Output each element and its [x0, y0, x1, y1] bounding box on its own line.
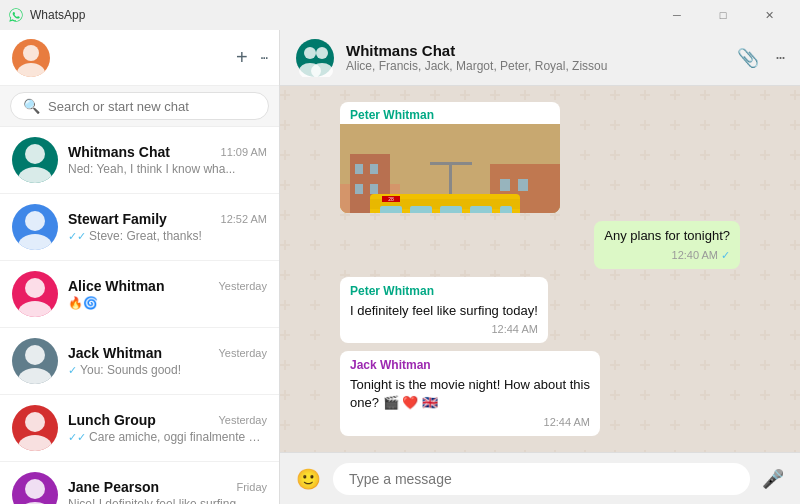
chat-list-item[interactable]: Jane Pearson Friday Nice! I definitely f… — [0, 462, 279, 504]
sender-name-peter: Peter Whitman — [340, 102, 560, 124]
svg-rect-30 — [500, 179, 510, 191]
chat-info: Alice Whitman Yesterday 🔥🌀 — [68, 278, 267, 310]
chat-avatar — [12, 204, 58, 250]
chat-info: Lunch Group Yesterday ✓✓ Care amiche, og… — [68, 412, 267, 444]
chat-name-row: Lunch Group Yesterday — [68, 412, 267, 428]
title-bar: WhatsApp ─ □ ✕ — [0, 0, 800, 30]
chat-time: Yesterday — [218, 414, 267, 426]
input-bar: 🙂 🎤 — [280, 452, 800, 504]
message-tick-icon: ✓ — [721, 248, 730, 263]
chat-info: Jack Whitman Yesterday ✓ You: Sounds goo… — [68, 345, 267, 377]
chat-name: Alice Whitman — [68, 278, 164, 294]
svg-rect-37 — [380, 206, 402, 213]
svg-point-18 — [304, 47, 316, 59]
chat-name: Jack Whitman — [68, 345, 162, 361]
chat-name: Whitmans Chat — [68, 144, 170, 160]
chat-name: Lunch Group — [68, 412, 156, 428]
chat-info: Whitmans Chat 11:09 AM Ned: Yeah, I thin… — [68, 144, 267, 176]
jack-time-row: 12:44 AM — [350, 415, 590, 430]
avatar-silhouette-icon — [12, 39, 50, 77]
svg-point-12 — [25, 479, 45, 499]
user-avatar[interactable] — [12, 39, 50, 77]
sender-name-peter-2: Peter Whitman — [350, 283, 538, 300]
sidebar-header: + ··· — [0, 30, 279, 86]
outgoing-time-row: 12:40 AM ✓ — [604, 248, 730, 263]
chat-list: Whitmans Chat 11:09 AM Ned: Yeah, I thin… — [0, 127, 279, 504]
svg-rect-27 — [370, 164, 378, 174]
svg-rect-39 — [440, 206, 462, 213]
search-bar: 🔍 — [0, 86, 279, 127]
chat-name-row: Jane Pearson Friday — [68, 479, 267, 495]
svg-point-5 — [18, 234, 52, 250]
chat-area: Whitmans Chat Alice, Francis, Jack, Marg… — [280, 30, 800, 504]
chat-preview: ✓ You: Sounds good! — [68, 363, 267, 377]
chat-header-icons: 📎 ··· — [737, 47, 784, 69]
sidebar: + ··· 🔍 Whitmans Chat 11:09 AM Ned: Yeah… — [0, 30, 280, 504]
app-title: WhatsApp — [30, 8, 85, 22]
sender-name-jack: Jack Whitman — [350, 357, 590, 374]
msg-text-jack: Tonight is the movie night! How about th… — [350, 376, 590, 412]
whatsapp-logo-icon — [8, 7, 24, 23]
chat-list-item[interactable]: Whitmans Chat 11:09 AM Ned: Yeah, I thin… — [0, 127, 279, 194]
close-button[interactable]: ✕ — [746, 0, 792, 30]
message-input[interactable] — [333, 463, 750, 495]
tick-icon: ✓✓ — [68, 431, 89, 443]
chat-menu-icon[interactable]: ··· — [775, 47, 784, 68]
app-container: + ··· 🔍 Whitmans Chat 11:09 AM Ned: Yeah… — [0, 30, 800, 504]
svg-rect-26 — [355, 164, 363, 174]
chat-list-item[interactable]: Stewart Family 12:52 AM ✓✓ Steve: Great,… — [0, 194, 279, 261]
chat-info: Stewart Family 12:52 AM ✓✓ Steve: Great,… — [68, 211, 267, 243]
menu-button[interactable]: ··· — [260, 49, 267, 67]
chat-preview: Nice! I definitely feel like surfing — [68, 497, 267, 504]
svg-point-4 — [25, 211, 45, 231]
chat-name: Stewart Family — [68, 211, 167, 227]
chat-header: Whitmans Chat Alice, Francis, Jack, Marg… — [280, 30, 800, 86]
chat-time: Yesterday — [218, 347, 267, 359]
chat-preview: 🔥🌀 — [68, 296, 267, 310]
svg-point-8 — [25, 345, 45, 365]
attachment-icon[interactable]: 📎 — [737, 47, 759, 69]
outgoing-message-1: Any plans for tonight? 12:40 AM ✓ — [594, 221, 740, 269]
svg-point-6 — [25, 278, 45, 298]
msg-text: Any plans for tonight? — [604, 227, 730, 245]
peter-time: 12:44 AM — [491, 322, 537, 337]
svg-rect-49 — [430, 162, 472, 165]
chat-time: 11:09 AM — [221, 146, 267, 158]
svg-point-19 — [316, 47, 328, 59]
svg-point-2 — [25, 144, 45, 164]
new-chat-button[interactable]: + — [236, 46, 248, 69]
messages-area: Peter Whitman — [280, 86, 800, 452]
svg-rect-29 — [370, 184, 378, 194]
chat-list-item[interactable]: Lunch Group Yesterday ✓✓ Care amiche, og… — [0, 395, 279, 462]
maximize-button[interactable]: □ — [700, 0, 746, 30]
chat-avatar — [12, 472, 58, 504]
minimize-button[interactable]: ─ — [654, 0, 700, 30]
jack-time: 12:44 AM — [544, 415, 590, 430]
svg-point-11 — [18, 435, 52, 451]
window-controls: ─ □ ✕ — [654, 0, 792, 30]
chat-preview: ✓✓ Steve: Great, thanks! — [68, 229, 267, 243]
search-input-wrap: 🔍 — [10, 92, 269, 120]
chat-list-item[interactable]: Jack Whitman Yesterday ✓ You: Sounds goo… — [0, 328, 279, 395]
outgoing-time: 12:40 AM — [672, 248, 718, 263]
svg-point-9 — [18, 368, 52, 384]
svg-rect-28 — [355, 184, 363, 194]
chat-list-item[interactable]: Alice Whitman Yesterday 🔥🌀 — [0, 261, 279, 328]
tick-icon: ✓ — [68, 364, 80, 376]
chat-name-row: Jack Whitman Yesterday — [68, 345, 267, 361]
sidebar-header-icons: + ··· — [236, 46, 267, 69]
chat-name-row: Whitmans Chat 11:09 AM — [68, 144, 267, 160]
emoji-button[interactable]: 🙂 — [296, 467, 321, 491]
microphone-icon[interactable]: 🎤 — [762, 468, 784, 490]
svg-rect-48 — [449, 164, 452, 194]
chat-name-row: Alice Whitman Yesterday — [68, 278, 267, 294]
svg-rect-41 — [500, 206, 512, 213]
title-bar-left: WhatsApp — [8, 7, 85, 23]
svg-point-7 — [18, 301, 52, 317]
chat-time: Friday — [236, 481, 267, 493]
chat-time: Yesterday — [218, 280, 267, 292]
chat-avatar — [12, 137, 58, 183]
search-input[interactable] — [48, 99, 256, 114]
chat-name: Jane Pearson — [68, 479, 159, 495]
tick-icon: ✓✓ — [68, 230, 89, 242]
